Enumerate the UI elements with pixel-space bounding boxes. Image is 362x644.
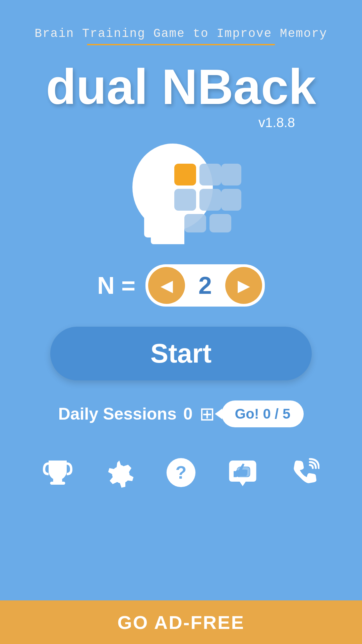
- brain-icon-container: [117, 140, 245, 248]
- go-label: Go! 0 / 5: [235, 406, 291, 422]
- version-label: v1.8.8: [258, 115, 295, 130]
- n-decrement-button[interactable]: ◀: [148, 267, 185, 304]
- n-increment-button[interactable]: ▶: [225, 267, 262, 304]
- svg-rect-4: [174, 164, 196, 185]
- phone-icon: [289, 458, 319, 488]
- daily-sessions-label: Daily Sessions: [58, 404, 177, 424]
- gear-icon: [104, 458, 134, 488]
- start-button[interactable]: Start: [50, 327, 312, 380]
- subtitle-underline: [87, 44, 275, 45]
- go-bubble[interactable]: Go! 0 / 5: [222, 400, 304, 427]
- nav-feedback[interactable]: [228, 458, 258, 488]
- daily-sessions-count: 0: [183, 404, 193, 424]
- svg-rect-13: [50, 482, 65, 485]
- nav-contact[interactable]: [289, 458, 319, 488]
- svg-rect-8: [199, 189, 221, 211]
- svg-rect-18: [236, 470, 240, 477]
- svg-rect-6: [221, 164, 241, 185]
- ad-banner-label: GO AD-FREE: [117, 611, 244, 633]
- app-title: dual NBack: [46, 62, 316, 112]
- nav-settings[interactable]: [104, 458, 134, 488]
- nav-trophy[interactable]: [43, 458, 73, 488]
- bottom-nav: ?: [0, 451, 362, 501]
- svg-rect-5: [199, 164, 221, 185]
- nav-help[interactable]: ?: [166, 458, 196, 488]
- n-control: ◀ 2 ▶: [145, 264, 265, 307]
- svg-rect-11: [209, 214, 231, 232]
- trophy-icon: [43, 458, 73, 488]
- subtitle: Brain Training Game to Improve Memory: [35, 27, 327, 41]
- n-value: 2: [185, 272, 225, 299]
- sessions-calendar-icon[interactable]: ⊞: [199, 403, 215, 425]
- svg-rect-9: [221, 189, 241, 211]
- daily-sessions-row: Daily Sessions 0 ⊞ Go! 0 / 5: [58, 400, 304, 427]
- n-label: N =: [97, 272, 135, 299]
- svg-rect-3: [158, 227, 184, 244]
- ad-banner[interactable]: GO AD-FREE: [0, 600, 362, 644]
- svg-rect-7: [174, 189, 196, 211]
- n-selector: N = ◀ 2 ▶: [97, 264, 265, 307]
- help-icon: ?: [166, 458, 196, 488]
- svg-text:?: ?: [176, 462, 187, 482]
- feedback-icon: [228, 458, 258, 488]
- svg-rect-10: [184, 214, 206, 232]
